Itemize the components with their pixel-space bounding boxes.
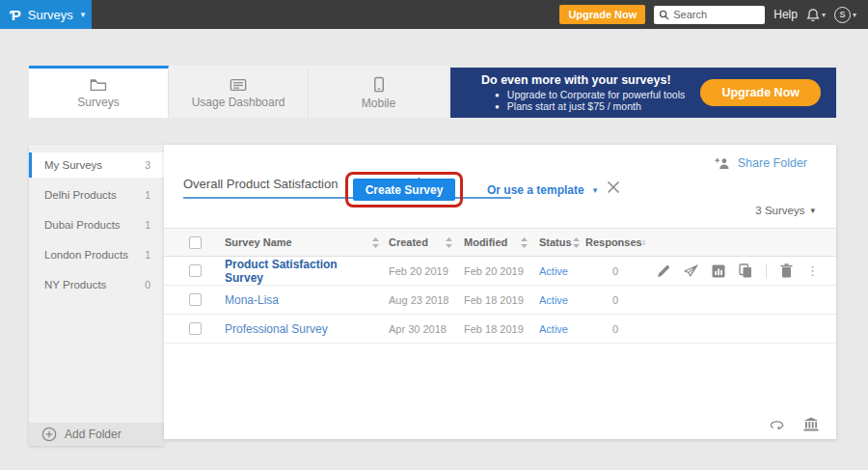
upgrade-banner: Do even more with your surveys! ● Upgrad…: [450, 68, 836, 118]
share-user-icon: [715, 157, 731, 170]
tab-mobile[interactable]: Mobile: [309, 66, 448, 118]
survey-name-field[interactable]: [183, 177, 511, 199]
select-all-checkbox[interactable]: [189, 236, 202, 249]
surveys-count-label: 3 Surveys: [755, 205, 804, 216]
close-button[interactable]: [606, 180, 625, 199]
use-template-link[interactable]: Or use a template ▾: [487, 183, 597, 197]
divider: [766, 263, 767, 279]
row-checkbox[interactable]: [189, 264, 202, 277]
avatar: S: [834, 7, 851, 23]
sort-icon[interactable]: [573, 237, 580, 248]
delete-button[interactable]: [780, 263, 793, 278]
folder-icon: [90, 78, 107, 92]
archive-button[interactable]: [803, 417, 819, 431]
more-actions-button[interactable]: ⋮: [806, 264, 819, 277]
upgrade-banner-title: Do even more with your surveys!: [481, 73, 685, 87]
account-menu[interactable]: S ▾: [834, 7, 856, 23]
edit-button[interactable]: [657, 264, 670, 278]
search-icon: [659, 10, 669, 20]
bank-icon: [803, 417, 819, 431]
table-header-row: Survey Name Created Modified Status Resp…: [164, 228, 836, 257]
distribute-button[interactable]: [684, 264, 698, 277]
folder-count: 0: [145, 279, 150, 290]
created-date: Apr 30 2018: [389, 323, 447, 335]
plus-circle-icon: [41, 427, 57, 442]
tab-usage-dashboard[interactable]: Usage Dashboard: [169, 66, 309, 118]
table-row: Mona-Lisa Aug 23 2018 Feb 18 2019 Active…: [164, 286, 836, 315]
created-date: Feb 20 2019: [389, 265, 448, 277]
row-checkbox[interactable]: [189, 293, 202, 306]
folder-label: Dubai Products: [44, 219, 121, 231]
column-header-created: Created: [389, 236, 428, 248]
sort-icon[interactable]: [446, 237, 452, 248]
main-tabs: Surveys Usage Dashboard Mobile: [29, 66, 448, 118]
bullet-icon: ●: [495, 91, 500, 99]
brand-menu[interactable]: Ƥ Surveys ▾: [0, 0, 92, 29]
restore-button[interactable]: [770, 419, 786, 430]
upgrade-banner-text: Do even more with your surveys! ● Upgrad…: [450, 73, 685, 112]
trash-icon: [780, 263, 793, 278]
status-link[interactable]: Active: [539, 265, 568, 277]
search-box[interactable]: [654, 6, 765, 24]
notifications-menu[interactable]: ▾: [806, 8, 826, 22]
mobile-icon: [373, 76, 385, 93]
copy-button[interactable]: [739, 263, 752, 278]
row-actions: ⋮: [657, 263, 836, 279]
survey-name-input[interactable]: [183, 177, 511, 191]
chevron-down-icon: ▾: [81, 10, 86, 19]
bell-icon: [806, 8, 820, 22]
help-link[interactable]: Help: [773, 8, 798, 21]
sort-icon[interactable]: [521, 237, 528, 248]
table-row: Product Satisfaction Survey Feb 20 2019 …: [164, 257, 836, 286]
survey-name-link[interactable]: Product Satisfaction Survey: [225, 258, 379, 285]
surveys-panel: Share Folder Create Survey Or use a temp…: [164, 145, 836, 439]
pencil-icon: [657, 264, 670, 278]
share-folder-link[interactable]: Share Folder: [715, 156, 807, 170]
upgrade-banner-bullet: ● Upgrade to Corporate for powerful tool…: [481, 89, 685, 100]
column-header-status: Status: [539, 236, 572, 248]
column-header-survey-name: Survey Name: [225, 236, 292, 248]
responses-count: 0: [585, 294, 645, 306]
search-input[interactable]: [673, 9, 758, 20]
sidebar-item-my-surveys[interactable]: My Surveys 3: [29, 152, 164, 178]
sidebar-item-dubai-products[interactable]: Dubai Products 1: [29, 212, 164, 237]
table-row: Professional Survey Apr 30 2018 Feb 18 2…: [164, 315, 836, 344]
create-survey-button[interactable]: Create Survey: [353, 179, 455, 201]
status-link[interactable]: Active: [539, 294, 568, 306]
restore-loop-icon: [770, 419, 786, 430]
upgrade-now-banner-button[interactable]: Upgrade Now: [700, 79, 821, 106]
sidebar-item-delhi-products[interactable]: Delhi Products 1: [29, 182, 164, 207]
bullet-icon: ●: [495, 102, 500, 111]
bullet-text: Upgrade to Corporate for powerful tools: [507, 89, 685, 100]
folder-label: NY Products: [44, 279, 106, 290]
folder-count: 1: [145, 249, 150, 261]
tab-label: Usage Dashboard: [192, 96, 285, 109]
sort-icon[interactable]: [372, 237, 379, 248]
panel-footer-icons: [770, 417, 819, 431]
sidebar-item-ny-products[interactable]: NY Products 0: [29, 272, 164, 297]
folder-label: My Surveys: [44, 159, 102, 171]
folder-count: 1: [145, 219, 150, 231]
reports-button[interactable]: [712, 264, 725, 278]
close-icon: [606, 180, 621, 195]
responses-count: 0: [585, 323, 645, 335]
status-link[interactable]: Active: [539, 323, 568, 335]
folder-count: 1: [145, 189, 150, 201]
modified-date: Feb 18 2019: [464, 294, 524, 306]
chevron-down-icon: ▾: [810, 206, 815, 215]
share-folder-label: Share Folder: [738, 156, 807, 170]
surveys-count-dropdown[interactable]: 3 Surveys ▾: [755, 205, 815, 216]
upgrade-banner-bullet: ● Plans start at just $75 / month: [481, 100, 685, 112]
surveys-page: Ƥ Surveys ▾ Upgrade Now Help ▾ S ▾ Surve: [0, 0, 868, 470]
folder-label: London Products: [44, 249, 128, 261]
survey-name-link[interactable]: Mona-Lisa: [225, 293, 279, 307]
row-checkbox[interactable]: [189, 322, 202, 335]
upgrade-now-button[interactable]: Upgrade Now: [559, 5, 645, 24]
sidebar-item-london-products[interactable]: London Products 1: [29, 242, 164, 267]
add-folder-button[interactable]: Add Folder: [29, 423, 164, 446]
sort-icon[interactable]: [642, 237, 645, 248]
bullet-text: Plans start at just $75 / month: [507, 100, 641, 112]
use-template-label: Or use a template: [487, 183, 584, 197]
survey-name-link[interactable]: Professional Survey: [225, 322, 328, 336]
tab-surveys[interactable]: Surveys: [29, 66, 169, 118]
